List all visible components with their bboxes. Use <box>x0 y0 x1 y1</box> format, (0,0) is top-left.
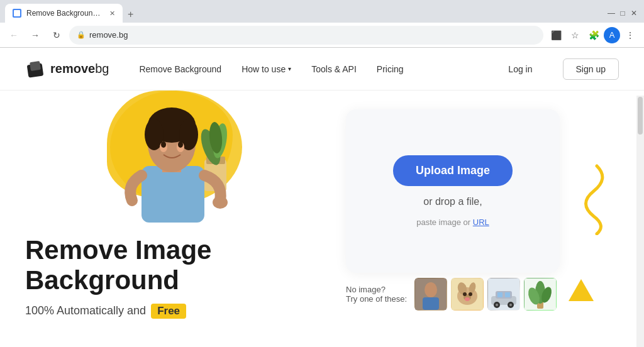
chevron-down-icon: ▾ <box>288 65 291 72</box>
logo-icon <box>25 59 45 79</box>
no-image-text: No image? Try one of these: <box>346 285 407 304</box>
maximize-button[interactable]: □ <box>618 8 628 18</box>
login-button[interactable]: Log in <box>498 59 542 79</box>
sample-thumb-car[interactable] <box>487 278 520 311</box>
minimize-button[interactable]: — <box>606 8 616 18</box>
hero-subtitle: 100% Automatically and Free <box>25 304 327 319</box>
svg-point-28 <box>463 292 467 296</box>
logo[interactable]: removebg <box>25 59 109 79</box>
scrollbar[interactable] <box>636 96 644 347</box>
hero-text: Remove Image Background 100% Automatical… <box>25 235 327 319</box>
hero-image-area <box>75 91 264 223</box>
squiggle-decoration <box>559 160 609 235</box>
svg-point-38 <box>496 304 498 306</box>
site-nav: removebg Remove Background How to use ▾ … <box>0 48 644 91</box>
svg-point-21 <box>425 282 437 297</box>
svg-rect-3 <box>142 166 204 223</box>
tab-strip: Remove Background from Im... ✕ + <box>5 4 138 23</box>
upload-image-button[interactable]: Upload Image <box>393 155 513 186</box>
url-link[interactable]: URL <box>473 218 489 227</box>
svg-marker-19 <box>569 279 594 301</box>
active-tab[interactable]: Remove Background from Im... ✕ <box>5 4 123 23</box>
left-side: Remove Image Background 100% Automatical… <box>25 91 327 319</box>
address-text: remove.bg <box>89 30 536 40</box>
svg-rect-34 <box>497 292 502 297</box>
window-controls: — □ ✕ <box>606 8 639 18</box>
cast-button[interactable]: ⬛ <box>547 26 565 44</box>
address-bar-row: ← → ↻ 🔒 remove.bg ⬛ ☆ 🧩 A ⋮ <box>0 23 644 48</box>
hero-title: Remove Image Background <box>25 235 327 296</box>
back-button[interactable]: ← <box>5 26 23 44</box>
forward-button[interactable]: → <box>26 26 44 44</box>
sample-row: No image? Try one of these: <box>346 278 560 311</box>
profile-button[interactable]: A <box>604 27 620 43</box>
svg-rect-22 <box>423 297 439 310</box>
triangle-decoration <box>569 279 594 301</box>
sample-thumb-plant[interactable] <box>524 278 557 311</box>
address-field[interactable]: 🔒 remove.bg <box>69 26 543 45</box>
browser-chrome: Remove Background from Im... ✕ + — □ ✕ ←… <box>0 0 644 48</box>
right-side: Upload Image or drop a file, paste image… <box>327 91 579 311</box>
bookmark-button[interactable]: ☆ <box>566 26 584 44</box>
extensions-button[interactable]: 🧩 <box>585 26 602 44</box>
page: removebg Remove Background How to use ▾ … <box>0 48 644 347</box>
logo-text: removebg <box>50 62 109 76</box>
menu-button[interactable]: ⋮ <box>621 26 639 44</box>
upload-card: Upload Image or drop a file, paste image… <box>346 109 560 273</box>
tab-title: Remove Background from Im... <box>26 9 102 18</box>
sample-images <box>414 278 557 311</box>
close-button[interactable]: ✕ <box>629 8 639 18</box>
toolbar-icons: ⬛ ☆ 🧩 A ⋮ <box>547 26 639 44</box>
tab-favicon <box>13 9 21 18</box>
title-bar: Remove Background from Im... ✕ + — □ ✕ <box>0 0 644 23</box>
sample-thumb-person[interactable] <box>414 278 447 311</box>
svg-point-29 <box>469 292 472 296</box>
svg-rect-35 <box>505 292 510 297</box>
refresh-button[interactable]: ↻ <box>48 26 65 44</box>
svg-point-30 <box>465 297 470 301</box>
sample-thumb-dog[interactable] <box>451 278 484 311</box>
new-tab-button[interactable]: + <box>123 6 138 23</box>
svg-point-11 <box>161 141 166 148</box>
main-content: Remove Image Background 100% Automatical… <box>0 91 644 347</box>
svg-point-39 <box>509 304 512 306</box>
nav-how-to-use[interactable]: How to use ▾ <box>242 64 291 74</box>
svg-point-12 <box>178 141 183 148</box>
nav-remove-background[interactable]: Remove Background <box>139 64 221 74</box>
svg-rect-1 <box>30 60 41 70</box>
drop-text: or drop a file, <box>423 196 482 207</box>
nav-tools-api[interactable]: Tools & API <box>311 64 357 74</box>
tab-close-button[interactable]: ✕ <box>109 9 115 18</box>
lock-icon: 🔒 <box>77 31 86 39</box>
free-badge: Free <box>151 304 186 319</box>
person-illustration <box>88 91 252 223</box>
scrollbar-thumb <box>638 97 643 135</box>
signup-button[interactable]: Sign up <box>563 58 619 80</box>
svg-point-18 <box>213 196 228 209</box>
drop-sub-text: paste image or URL <box>416 218 489 227</box>
nav-pricing[interactable]: Pricing <box>377 64 404 74</box>
